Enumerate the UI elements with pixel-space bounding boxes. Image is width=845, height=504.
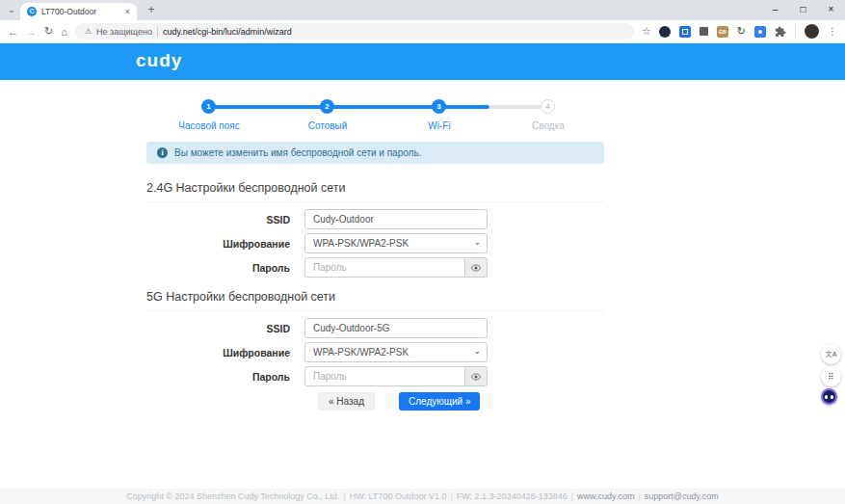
footer-copyright: Copyright © 2024 Shenzhen Cudy Technolog… <box>126 491 339 501</box>
browser-window: ⌄ C LT700-Outdoor × + – □ × ← → ↻ ⌂ ⚠ Не… <box>0 0 845 504</box>
tab-title: LT700-Outdoor <box>41 7 121 16</box>
cudy-favicon-icon: C <box>27 7 37 16</box>
footer-email-link[interactable]: support@cudy.com <box>645 491 719 501</box>
info-icon: i <box>157 147 168 158</box>
password-label: Пароль <box>146 371 290 383</box>
info-banner-text: Вы можете изменить имя беспроводной сети… <box>174 147 421 158</box>
step-2-dot[interactable]: 2 <box>320 99 334 114</box>
back-icon[interactable]: ← <box>8 26 18 38</box>
extensions-area: GB ↻ ⋮ <box>659 24 837 39</box>
footer-hw-version: HW: LT700 Outdoor V1.0 <box>350 491 447 501</box>
password-label: Пароль <box>146 262 290 274</box>
password-input-2g4[interactable] <box>304 257 465 278</box>
reload-icon[interactable]: ↻ <box>44 25 53 38</box>
stepper-line <box>327 105 438 109</box>
step-1-label: Часовой пояс <box>151 120 267 131</box>
ssid-label: SSID <box>146 323 290 334</box>
profile-avatar[interactable] <box>805 24 819 39</box>
step-3-label: Wi-Fi <box>382 120 497 131</box>
stepper-line <box>208 105 327 109</box>
password-row: Пароль <box>146 366 604 386</box>
extensions-puzzle-icon[interactable] <box>775 26 786 38</box>
encryption-select-2g4[interactable]: WPA-PSK/WPA2-PSK <box>304 233 488 253</box>
floating-tools: 文A ⠿ <box>821 344 842 405</box>
show-password-button[interactable] <box>465 257 488 278</box>
eye-icon <box>471 264 481 272</box>
bookmark-star-icon[interactable]: ☆ <box>642 25 651 38</box>
browser-tab[interactable]: C LT700-Outdoor × <box>20 3 137 20</box>
footer-separator: | <box>343 491 345 501</box>
back-button[interactable]: « Назад <box>318 392 375 411</box>
encryption-row: Шифрование WPA-PSK/WPA2-PSK ⌄ <box>146 233 604 253</box>
ssid-row: SSID <box>146 318 604 338</box>
wizard-buttons: « Назад Следующий » <box>146 392 604 411</box>
extension-icon[interactable] <box>754 26 766 38</box>
extension-icon[interactable] <box>659 26 671 38</box>
eye-icon <box>471 373 481 381</box>
encryption-label: Шифрование <box>146 238 290 250</box>
footer-fw-version: FW: 2.1.3-20240428-133846 <box>457 491 568 501</box>
stepper-line <box>489 105 548 109</box>
site-header: cudy <box>0 43 845 80</box>
section-title: 5G Настройки беспроводной сети <box>146 291 604 311</box>
password-input-5g[interactable] <box>304 366 465 386</box>
minimize-button[interactable]: – <box>761 0 789 20</box>
encryption-label: Шифрование <box>146 347 290 358</box>
ssid-row: SSID <box>146 209 604 229</box>
footer-separator: | <box>450 491 452 501</box>
setup-wizard: 1 2 3 4 Часовой пояс Сотовый Wi-Fi Сводк… <box>146 99 604 411</box>
security-label[interactable]: Не защищено <box>96 27 152 37</box>
close-button[interactable]: × <box>817 0 845 20</box>
tab-close-icon[interactable]: × <box>125 7 130 16</box>
info-banner: i Вы можете изменить имя беспроводной се… <box>146 142 604 164</box>
new-tab-button[interactable]: + <box>144 3 159 18</box>
address-bar[interactable]: ⚠ Не защищено cudy.net/cgi-bin/luci/admi… <box>75 23 634 40</box>
ssid-input-2g4[interactable] <box>304 209 488 229</box>
footer-website-link[interactable]: www.cudy.com <box>577 491 634 501</box>
step-1-dot[interactable]: 1 <box>201 99 216 114</box>
extension-icon[interactable] <box>679 26 691 38</box>
section-5g-wireless: 5G Настройки беспроводной сети SSID Шифр… <box>146 291 604 386</box>
window-controls: – □ × <box>761 0 845 20</box>
apps-grid-icon[interactable]: ⠿ <box>821 366 841 386</box>
step-3-dot[interactable]: 3 <box>432 99 446 114</box>
ssid-input-5g[interactable] <box>304 318 488 338</box>
ai-assistant-icon[interactable] <box>821 388 837 405</box>
step-2-label: Сотовый <box>270 120 385 131</box>
footer-separator: | <box>571 491 573 501</box>
page-footer: Copyright © 2024 Shenzhen Cudy Technolog… <box>0 489 845 504</box>
omnibox-divider <box>157 27 158 37</box>
password-row: Пароль <box>146 257 604 278</box>
encryption-row: Шифрование WPA-PSK/WPA2-PSK ⌄ <box>146 342 604 362</box>
page-content: cudy 1 2 3 4 Часовой пояс Сотовый Wi-Fi … <box>0 43 845 504</box>
tab-strip: ⌄ C LT700-Outdoor × + – □ × <box>0 0 845 20</box>
url-text[interactable]: cudy.net/cgi-bin/luci/admin/wizard <box>163 27 292 37</box>
browser-menu-icon[interactable]: ⋮ <box>828 26 837 37</box>
browser-toolbar: ← → ↻ ⌂ ⚠ Не защищено cudy.net/cgi-bin/l… <box>0 20 845 43</box>
footer-separator: | <box>638 491 640 501</box>
encryption-select-5g[interactable]: WPA-PSK/WPA2-PSK <box>304 342 488 362</box>
extension-icon[interactable] <box>700 27 708 36</box>
step-4-dot[interactable]: 4 <box>541 99 555 114</box>
ssid-label: SSID <box>146 214 290 225</box>
toolbar-divider <box>795 25 796 39</box>
step-4-label: Сводка <box>490 120 606 131</box>
cudy-logo: cudy <box>136 50 182 71</box>
forward-icon[interactable]: → <box>26 26 37 38</box>
section-title: 2.4G Настройки беспроводной сети <box>146 182 604 202</box>
not-secure-warning-icon[interactable]: ⚠ <box>85 27 92 36</box>
show-password-button[interactable] <box>465 366 488 386</box>
next-button[interactable]: Следующий » <box>399 392 480 411</box>
maximize-button[interactable]: □ <box>789 0 817 20</box>
sync-extension-icon[interactable]: ↻ <box>737 25 746 38</box>
tab-search-icon[interactable]: ⌄ <box>5 4 18 17</box>
wizard-stepper: 1 2 3 4 Часовой пояс Сотовый Wi-Fi Сводк… <box>146 99 604 134</box>
section-2g4-wireless: 2.4G Настройки беспроводной сети SSID Ши… <box>146 182 604 278</box>
home-icon[interactable]: ⌂ <box>61 26 67 38</box>
translate-icon[interactable]: 文A <box>821 344 841 364</box>
extension-icon[interactable]: GB <box>717 26 728 38</box>
